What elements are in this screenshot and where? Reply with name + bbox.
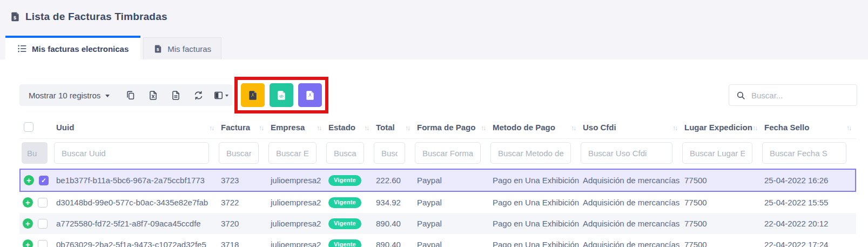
cell-factura: 3723 (219, 169, 268, 192)
sort-icon[interactable]: ↑↓ (752, 124, 757, 132)
copy-button[interactable] (119, 84, 142, 106)
filter-factura-input[interactable] (219, 142, 259, 164)
column-label: Fecha Sello (764, 123, 809, 132)
column-label: Empresa (271, 123, 305, 132)
sort-icon[interactable]: ↑↓ (259, 124, 263, 132)
filter-fecha-sello-input[interactable] (762, 142, 846, 164)
column-label: Estado (328, 123, 355, 132)
status-badge: Vigente (328, 218, 361, 229)
cell-fecha-sello: 25-04-2022 16:26 (762, 169, 856, 192)
cell-empresa: julioempresa2 (268, 192, 326, 213)
excel-export-button[interactable] (142, 84, 164, 106)
cell-estado: Vigente (326, 192, 374, 213)
row-checkbox[interactable] (38, 240, 48, 247)
column-header-lugar-expedicion[interactable]: Lugar Expedicion↑↓ (682, 118, 762, 139)
cell-lugar-expedicion: 77500 (682, 169, 762, 192)
cell-empresa: julioempresa2 (268, 169, 326, 192)
tab-mis-facturas-electronicas[interactable]: Mis facturas electronicas (5, 36, 140, 59)
refresh-button[interactable] (187, 84, 210, 106)
cell-fecha-sello: 22-04-2022 20:12 (762, 213, 856, 234)
cell-total: 890.40 (374, 213, 415, 234)
page-length-dropdown[interactable]: Mostrar 10 registros (19, 84, 119, 106)
select-all-checkbox[interactable] (24, 122, 33, 132)
table-row[interactable]: d30148bd-99e0-577c-b0ac-3435e82e7fab 372… (19, 192, 856, 213)
sort-icon[interactable]: ↑↓ (209, 124, 213, 132)
cell-empresa: julioempresa2 (268, 234, 326, 247)
tab-bar: Mis facturas electronicas $ Mis facturas (5, 36, 221, 59)
tab-label: Mis facturas (167, 44, 211, 54)
expand-row-icon[interactable] (23, 218, 33, 229)
table-row[interactable]: be1b377f-b11a-5bc6-967a-2a75ccbf1773 372… (19, 169, 856, 192)
cell-uuid: 0b763029-2ba2-5f1a-9473-c1072ad32fe5 (54, 234, 219, 247)
page: $ Lista de Facturas Timbradas Mis factur… (0, 0, 868, 247)
chevron-down-icon (105, 95, 110, 97)
status-badge: Vigente (328, 197, 361, 208)
filter-uuid-input[interactable] (54, 142, 209, 164)
row-select-cell (19, 192, 54, 213)
expand-row-icon[interactable] (23, 239, 33, 247)
table-row[interactable]: a7725580-fd72-5f21-a8f7-09aca45ccdfe 372… (19, 213, 856, 234)
filter-metodo-de-pago-input[interactable] (490, 142, 571, 164)
table-row[interactable]: 0b763029-2ba2-5f1a-9473-c1072ad32fe5 371… (19, 234, 856, 247)
row-select-cell (19, 234, 54, 247)
cell-uso-cfdi: Adquisición de mercancías (581, 192, 682, 213)
table-header-row: Uuid↑↓ Factura↑↓ Empresa↑↓ Estado↑↓ Tota… (19, 118, 856, 139)
sort-icon[interactable]: ↑↓ (481, 124, 485, 132)
toolbar-strip: Mostrar 10 registros (19, 84, 232, 106)
refresh-icon (193, 90, 204, 101)
pdf-file-icon (247, 90, 258, 101)
sort-icon[interactable]: ↑↓ (571, 124, 575, 132)
select-all-header (19, 118, 54, 139)
sort-icon[interactable]: ↑↓ (317, 124, 321, 132)
filter-lugar-expedicion-input[interactable] (682, 142, 752, 164)
filter-uso-cfdi-input[interactable] (581, 142, 672, 164)
row-checkbox[interactable] (38, 198, 48, 208)
sort-icon[interactable]: ↑↓ (672, 124, 677, 132)
column-label: Forma de Pago (417, 123, 475, 132)
sort-icon[interactable]: ↑↓ (405, 124, 409, 132)
tab-label: Mis facturas electronicas (32, 44, 129, 54)
column-header-forma-de-pago[interactable]: Forma de Pago↑↓ (415, 118, 490, 139)
row-checkbox[interactable] (39, 176, 49, 185)
column-header-total[interactable]: Total↑↓ (374, 118, 415, 139)
expand-row-icon[interactable] (24, 175, 34, 185)
file-export-button[interactable] (164, 84, 187, 106)
filter-empresa-input[interactable] (268, 142, 317, 164)
filter-total-input[interactable] (374, 142, 405, 164)
svg-text:$: $ (14, 15, 16, 21)
column-header-estado[interactable]: Estado↑↓ (326, 118, 374, 139)
column-header-fecha-sello[interactable]: Fecha Sello↑↓ (762, 118, 856, 139)
page-title: Lista de Facturas Timbradas (25, 11, 167, 23)
column-label: Uuid (56, 123, 74, 132)
cell-factura: 3718 (219, 234, 268, 247)
row-checkbox[interactable] (38, 219, 48, 229)
sort-icon[interactable]: ↑↓ (846, 124, 851, 132)
search-input[interactable] (751, 91, 850, 100)
cell-uso-cfdi: Adquisición de mercancías (581, 234, 682, 247)
cell-estado: Vigente (326, 234, 374, 247)
expand-row-icon[interactable] (23, 197, 33, 208)
column-header-factura[interactable]: Factura↑↓ (219, 118, 268, 139)
export-pdf-purple-button[interactable] (298, 83, 322, 107)
column-header-empresa[interactable]: Empresa↑↓ (268, 118, 326, 139)
export-xml-green-button[interactable] (270, 83, 293, 107)
red-rectangle-highlight (234, 77, 328, 114)
xml-file-icon (276, 90, 287, 101)
cell-uso-cfdi: Adquisición de mercancías (581, 213, 682, 234)
cell-fecha-sello: 22-04-2022 17:24 (762, 234, 856, 247)
tab-mis-facturas[interactable]: $ Mis facturas (143, 37, 221, 59)
column-header-metodo-de-pago[interactable]: Metodo de Pago↑↓ (490, 118, 581, 139)
cell-uuid: a7725580-fd72-5f21-a8f7-09aca45ccdfe (54, 213, 219, 234)
column-header-uso-cfdi[interactable]: Uso Cfdi↑↓ (581, 118, 682, 139)
filter-forma-de-pago-input[interactable] (415, 142, 481, 164)
file-text-icon (171, 90, 181, 101)
column-header-uuid[interactable]: Uuid↑↓ (54, 118, 219, 139)
column-visibility-button[interactable] (210, 84, 232, 106)
export-pdf-yellow-button[interactable] (241, 83, 265, 107)
filter-estado-input[interactable] (326, 142, 364, 164)
tab-content: Mostrar 10 registros (0, 77, 868, 247)
cell-forma-de-pago: Paypal (415, 169, 490, 192)
cell-lugar-expedicion: 77500 (682, 234, 762, 247)
cell-estado: Vigente (326, 169, 374, 192)
sort-icon[interactable]: ↑↓ (364, 124, 368, 132)
